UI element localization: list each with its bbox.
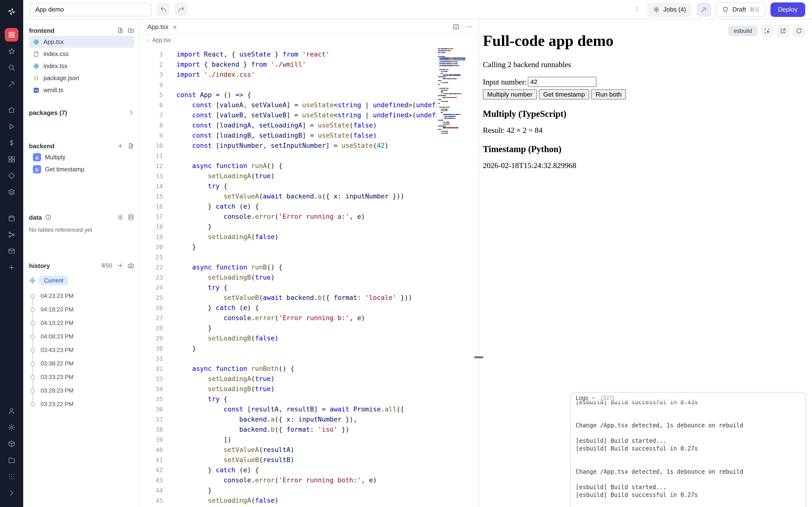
code-line: 28 }: [140, 323, 437, 333]
history-time: 04:13:22 PM: [41, 320, 73, 326]
logs-collapse-button[interactable]: [591, 395, 597, 401]
history-entry[interactable]: 03:43:23 PM: [29, 343, 134, 357]
dollar-icon[interactable]: [5, 136, 18, 150]
play-icon[interactable]: [5, 120, 18, 133]
packages-row[interactable]: packages (7): [29, 107, 134, 118]
multiply-number-button[interactable]: Multiply number: [483, 89, 537, 100]
minimap[interactable]: [438, 48, 475, 135]
preview-toolbar: esbuild: [728, 24, 805, 37]
windmill-logo[interactable]: [4, 4, 19, 19]
new-runnable-file-button[interactable]: [128, 143, 134, 149]
runnable-badge: b: [33, 165, 41, 173]
history-entry[interactable]: 03:28:23 PM: [29, 384, 134, 397]
folder-icon[interactable]: [5, 453, 18, 467]
package-icon[interactable]: [5, 437, 18, 451]
ai-wand-button[interactable]: [697, 2, 711, 17]
file-index-css[interactable]: index.css: [29, 48, 134, 60]
preview-button-row: Multiply numberGet timestampRun both: [483, 89, 808, 100]
add-file-button[interactable]: [117, 27, 124, 34]
close-tab-icon[interactable]: ×: [173, 23, 176, 30]
star-icon[interactable]: [5, 44, 18, 58]
history-entry[interactable]: 03:23:22 PM: [29, 397, 134, 411]
line-number: 1: [140, 49, 163, 59]
app-title-input[interactable]: [30, 3, 152, 16]
line-number: 8: [140, 120, 163, 130]
log-line: [576, 429, 801, 437]
more-menu-button[interactable]: [632, 3, 643, 16]
app-grid-icon[interactable]: [5, 28, 18, 42]
history-entry[interactable]: 03:38:22 PM: [29, 357, 134, 370]
blocks-icon[interactable]: [5, 153, 18, 166]
redo-button[interactable]: [174, 3, 188, 16]
runnable-get-timestamp[interactable]: bGet timestamp: [29, 163, 134, 175]
history-section-header: history 9/50: [29, 260, 134, 271]
add-snapshot-button[interactable]: [117, 262, 124, 269]
history-dot-icon: [31, 294, 35, 298]
undo-button[interactable]: [157, 3, 170, 16]
open-in-new-tab-button[interactable]: [777, 24, 789, 37]
tab-app-tsx[interactable]: App.tsx ×: [140, 19, 183, 34]
file-app-tsx[interactable]: App.tsx: [29, 36, 134, 48]
code-line: 20 }: [140, 242, 437, 252]
file-wmill-ts[interactable]: TSwmill.ts: [29, 84, 134, 96]
add-runnable-button[interactable]: [117, 143, 124, 149]
history-time: 03:28:23 PM: [41, 387, 73, 394]
add-folder-button[interactable]: [128, 27, 134, 34]
line-number: 10: [140, 140, 163, 151]
log-line: [576, 475, 801, 483]
jobs-button[interactable]: Jobs (4): [648, 2, 692, 17]
split-editor-button[interactable]: [452, 23, 460, 31]
calendar-icon[interactable]: [5, 212, 18, 225]
code-area[interactable]: 1import React, { useState } from 'react'…: [140, 46, 478, 507]
camera-icon[interactable]: [128, 262, 134, 269]
draft-button[interactable]: Draft ⌘S: [716, 2, 765, 17]
editor-tab-bar: App.tsx ×: [140, 19, 478, 35]
stack-icon[interactable]: [5, 185, 18, 199]
plus-icon[interactable]: [5, 261, 18, 274]
deploy-button[interactable]: Deploy: [770, 2, 805, 17]
wand-icon[interactable]: [5, 77, 18, 91]
runnable-multiply[interactable]: aMultiply: [29, 151, 134, 163]
input-number-field[interactable]: [528, 77, 597, 87]
refresh-preview-button[interactable]: [793, 24, 805, 37]
history-entry[interactable]: 04:18:23 PM: [29, 303, 134, 316]
user-icon[interactable]: [5, 404, 18, 418]
preview-section: Multiply (TypeScript)Result: 42 × 2 = 84: [483, 109, 808, 135]
code-line: 16 } catch (e) {: [140, 201, 437, 212]
line-number: 4: [140, 80, 163, 90]
get-timestamp-button[interactable]: Get timestamp: [539, 89, 590, 100]
editor-more-button[interactable]: [465, 23, 473, 31]
history-entry[interactable]: 04:13:22 PM: [29, 316, 134, 330]
history-entry[interactable]: 04:08:23 PM: [29, 330, 134, 343]
home-icon[interactable]: [5, 103, 18, 117]
code-line: 12 async function runA() {: [140, 161, 437, 171]
history-current-row: Current: [29, 276, 134, 285]
data-settings-button[interactable]: [117, 214, 124, 221]
line-number: 33: [140, 374, 163, 384]
mail-icon[interactable]: [5, 244, 18, 258]
flow-icon[interactable]: [5, 228, 18, 241]
history-entry[interactable]: 03:33:23 PM: [29, 370, 134, 384]
run-both-button[interactable]: Run both: [591, 89, 626, 100]
file-package-json[interactable]: {}package.json: [29, 72, 134, 84]
history-dot-icon: [31, 375, 35, 379]
file-index-tsx[interactable]: index.tsx: [29, 60, 134, 72]
history-time: 03:23:22 PM: [41, 401, 73, 407]
code-line: 11: [140, 151, 437, 161]
panel-resize-handle[interactable]: [474, 356, 483, 358]
code-line: 19 setLoadingA(false): [140, 232, 437, 242]
breadcrumb[interactable]: › App.tsx: [140, 35, 478, 45]
data-empty-text: No tables referenced yet: [29, 226, 134, 233]
search-icon[interactable]: [5, 61, 18, 74]
code-line: 45 setLoadingA(false): [140, 495, 437, 506]
grid-dots-icon[interactable]: [5, 470, 18, 483]
history-entry[interactable]: 04:23:23 PM: [29, 289, 134, 303]
add-table-button[interactable]: [128, 214, 134, 221]
inspect-button[interactable]: [761, 24, 773, 37]
history-current-badge[interactable]: Current: [39, 276, 68, 285]
gear-icon[interactable]: [5, 420, 18, 434]
svg-text:TS: TS: [35, 89, 38, 92]
diamond-icon[interactable]: [5, 169, 18, 182]
code-line: 14 try {: [140, 181, 437, 191]
chevron-right-icon[interactable]: [5, 486, 18, 500]
